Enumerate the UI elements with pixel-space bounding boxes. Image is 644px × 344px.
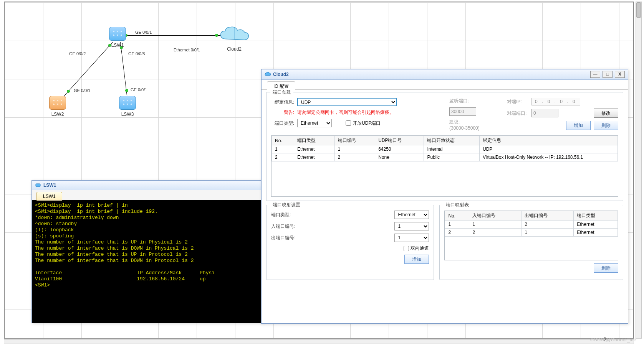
modify-button[interactable]: 修改 <box>594 109 618 118</box>
warning-text: 请勿绑定公网网卡，否则可能会引起网络瘫痪。 <box>297 109 394 116</box>
link-label: Ethernet 0/0/1 <box>174 48 200 52</box>
link-label: GE 0/0/1 <box>135 30 152 35</box>
window-cloud2[interactable]: Cloud2 — □ X IO 配置 端口创建 绑定信息: UDP 警告: 请勿… <box>261 69 628 324</box>
peer-port-input <box>531 109 558 117</box>
delete-button[interactable]: 删除 <box>594 121 618 130</box>
port-type-select[interactable]: Ethernet <box>297 119 332 127</box>
listen-port-label: 监听端口: <box>449 98 469 104</box>
switch-icon <box>119 96 136 110</box>
suggest-label: 建议: <box>449 119 499 125</box>
peer-port-label: 对端端口: <box>507 110 528 117</box>
table-row[interactable]: 221Ethernet <box>445 229 618 237</box>
fieldset-port-map-set: 端口映射设置 端口类型:Ethernet 入端口编号:1 出端口编号:1 双向通… <box>266 205 434 280</box>
node-lsw3[interactable]: LSW3 <box>119 96 136 117</box>
th: UDP端口号 <box>375 136 424 145</box>
window-body: 端口创建 绑定信息: UDP 警告: 请勿绑定公网网卡，否则可能会引起网络瘫痪。… <box>262 90 628 288</box>
scrollbar-vertical[interactable] <box>636 2 642 339</box>
legend: 端口创建 <box>270 89 293 95</box>
app-icon <box>265 71 271 77</box>
open-udp-checkbox[interactable]: 开放UDP端口 <box>346 120 381 127</box>
th: 端口类型 <box>574 211 618 221</box>
legend: 端口映射表 <box>444 202 471 208</box>
table-row[interactable]: 1Ethernet164250InternalUDP <box>272 145 618 153</box>
link-dot <box>67 90 70 93</box>
window-titlebar[interactable]: Cloud2 — □ X <box>262 69 628 80</box>
suggest-range: (30000-35000) <box>449 125 499 131</box>
tabstrip: LSW1 <box>32 190 262 200</box>
scrollbar-horizontal[interactable] <box>4 339 634 344</box>
th: No. <box>272 136 294 145</box>
table-row[interactable]: 2Ethernet2NonePublicVirtualBox Host-Only… <box>272 153 618 161</box>
window-title: Cloud2 <box>273 72 289 77</box>
tab-lsw1[interactable]: LSW1 <box>36 192 62 201</box>
cursor-icon: 2 <box>603 336 606 342</box>
bind-info-select[interactable]: UDP <box>297 98 397 106</box>
peer-ip-input[interactable]: 0 . 0 . 0 . 0 <box>531 98 580 105</box>
window-title: LSW1 <box>43 183 56 188</box>
th: 绑定信息 <box>480 136 618 145</box>
tabstrip: IO 配置 <box>262 80 628 90</box>
node-label: LSW3 <box>119 112 136 117</box>
table-row[interactable]: 112Ethernet <box>445 221 618 229</box>
node-cloud2[interactable]: Cloud2 <box>218 24 250 52</box>
maximize-button[interactable]: □ <box>603 71 613 78</box>
terminal-output[interactable]: <SW1>display ip int brief | in <SW1>disp… <box>32 200 262 323</box>
map-port-type-select[interactable]: Ethernet <box>394 211 429 219</box>
watermark: CSDN @Connor_xie <box>590 337 636 342</box>
window-titlebar[interactable]: LSW1 <box>32 181 262 190</box>
link-label: GE 0/0/3 <box>128 51 145 56</box>
cloud-icon <box>218 24 250 44</box>
fieldset-port-map-table: 端口映射表 No. 入端口编号 出端口编号 端口类型 112Ethernet 2… <box>439 205 623 280</box>
listen-port-input <box>449 107 476 116</box>
bidir-checkbox[interactable]: 双向通道 <box>404 245 429 252</box>
port-create-table-wrap[interactable]: No. 端口类型 端口编号 UDP端口号 端口开放状态 绑定信息 1Ethern… <box>271 135 618 197</box>
link-label: GE 0/0/1 <box>74 88 90 93</box>
map-add-button[interactable]: 增加 <box>404 255 429 264</box>
scrollbar-thumb[interactable] <box>636 2 641 18</box>
node-lsw1[interactable]: LSW1 <box>109 27 126 48</box>
in-port-select[interactable]: 1 <box>394 222 429 230</box>
port-type-label: 端口类型: <box>271 120 294 127</box>
node-lsw2[interactable]: LSW2 <box>49 96 66 117</box>
out-port-select[interactable]: 1 <box>394 234 429 242</box>
node-label: LSW1 <box>109 43 126 48</box>
th: 入端口编号 <box>469 211 521 221</box>
warning-label: 警告: <box>271 109 294 116</box>
node-label: Cloud2 <box>218 46 250 52</box>
link-lsw1-cloud <box>126 35 223 36</box>
window-lsw1[interactable]: LSW1 LSW1 <SW1>display ip int brief | in… <box>31 180 263 323</box>
node-label: LSW2 <box>49 112 66 117</box>
switch-icon <box>109 27 126 41</box>
link-label: GE 0/0/2 <box>69 51 86 56</box>
svg-rect-1 <box>36 184 40 187</box>
minimize-button[interactable]: — <box>590 71 600 78</box>
th: 端口编号 <box>334 136 375 145</box>
th: 出端口编号 <box>521 211 574 221</box>
peer-ip-label: 对端IP: <box>507 99 528 105</box>
map-delete-button[interactable]: 删除 <box>594 263 618 273</box>
out-port-label: 出端口编号: <box>271 235 302 241</box>
port-map-table: No. 入端口编号 出端口编号 端口类型 112Ethernet 221Ethe… <box>445 211 618 237</box>
th: No. <box>445 211 469 221</box>
fieldset-port-create: 端口创建 绑定信息: UDP 警告: 请勿绑定公网网卡，否则可能会引起网络瘫痪。… <box>266 92 623 201</box>
th: 端口开放状态 <box>424 136 480 145</box>
port-map-table-wrap[interactable]: No. 入端口编号 出端口编号 端口类型 112Ethernet 221Ethe… <box>444 211 618 260</box>
link-dot <box>125 89 128 92</box>
th: 端口类型 <box>294 136 334 145</box>
port-create-table: No. 端口类型 端口编号 UDP端口号 端口开放状态 绑定信息 1Ethern… <box>272 136 618 161</box>
add-button[interactable]: 增加 <box>566 121 591 130</box>
in-port-label: 入端口编号: <box>271 223 302 230</box>
bind-info-label: 绑定信息: <box>271 99 294 105</box>
port-type-label: 端口类型: <box>271 212 302 218</box>
link-dot <box>215 34 218 37</box>
legend: 端口映射设置 <box>270 202 303 208</box>
link-label: GE 0/0/1 <box>131 87 147 92</box>
app-icon <box>35 182 41 188</box>
switch-icon <box>49 96 66 110</box>
close-button[interactable]: X <box>615 71 625 78</box>
